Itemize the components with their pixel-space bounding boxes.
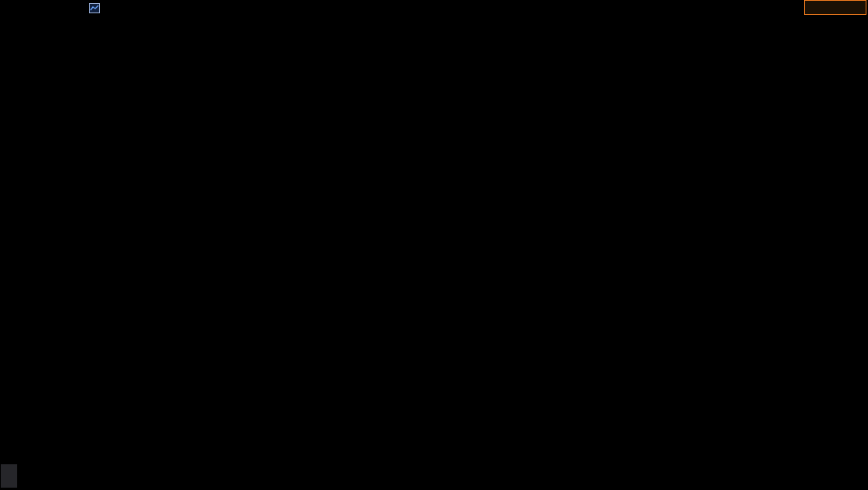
- trading-app-window: [0, 0, 868, 490]
- current-price-tag: [804, 0, 866, 15]
- chart-header: [69, 2, 108, 14]
- chart-icon[interactable]: [89, 3, 100, 13]
- chart-canvas[interactable]: [0, 0, 868, 490]
- sidebar: [0, 0, 20, 490]
- corner-widget: [1, 464, 17, 488]
